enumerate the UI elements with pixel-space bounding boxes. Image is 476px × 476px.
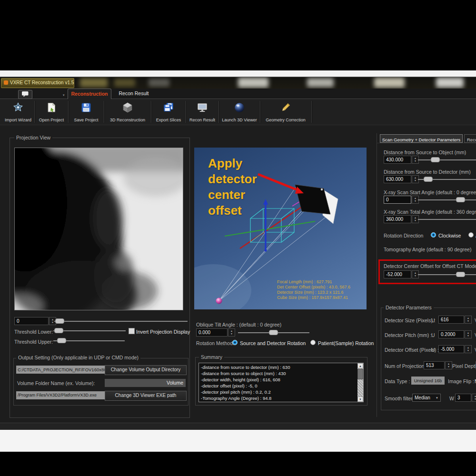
oblique-tilt-spinbox[interactable]: 0.000 ▲▼ [196,328,235,337]
frame-index-spinbox[interactable]: 0 ▲▼ [14,317,56,325]
summary-listbox[interactable]: -distance from source to detector (mm) :… [198,363,364,402]
num-projections-spinbox[interactable]: 513 ▲▼ [424,361,452,369]
toolbar-button-3d-reconstruction[interactable]: 3D Reconstruction [106,100,149,124]
start-angle-slider[interactable] [418,197,476,203]
scrollbar-down-icon[interactable]: ▼ [357,397,363,402]
tab-scan-geometry[interactable]: Scan Geometry + Detector Parameters [380,134,463,143]
toolbar-button-launch-3d-viewer[interactable]: Launch 3D Viewer [220,100,258,124]
slider-thumb[interactable] [424,177,433,182]
tab-reconstruction[interactable]: Reconstruction [68,89,111,99]
smooth-filter-w-arrows[interactable]: ▲▼ [472,394,476,402]
dso-value[interactable]: 430.000 [384,156,411,164]
monitor-icon [197,102,208,115]
toolbar-separator [104,101,104,123]
rotation-direction-radio-anticlockwise[interactable] [468,232,474,238]
threshold-lower-slider[interactable] [53,327,126,334]
smooth-filter-dropdown[interactable]: Median ▼ [412,394,441,402]
detector-pitch-u-arrows[interactable]: ▲▼ [465,330,472,338]
slider-track [418,199,476,200]
summary-group-label: Summary [199,354,224,360]
detector-offset-u-spinbox[interactable]: -5.000 ▲▼ [438,345,472,353]
rotation-direction-radio-clockwise[interactable] [431,232,436,238]
slider-thumb[interactable] [57,338,66,343]
viewer-exe-path-field[interactable]: /Program Files/VX3D2/PlatformVX3D.exe [16,391,105,399]
scrollbar-thumb[interactable] [357,369,363,379]
window-title: VXRE CT Reconstruction v1.5 [10,80,74,85]
smooth-filter-w-value[interactable]: 3 [455,394,471,402]
dsd-value[interactable]: 630.000 [384,175,411,183]
volume-output-directory-field[interactable]: C:/CTDATA_PROJECTION_RF/FOV160x80 [16,366,105,374]
slider-thumb[interactable] [54,328,63,333]
toolbar-button-export-slices[interactable]: Export Slices [153,100,184,124]
threshold-upper-slider[interactable] [53,337,125,344]
smooth-filter-w-spinbox[interactable]: 3 ▲▼ [455,394,476,402]
detector-size-u-arrows[interactable]: ▲▼ [465,316,472,324]
detector-offset-u-arrows[interactable]: ▲▼ [465,345,472,353]
slider-thumb[interactable] [456,197,465,202]
change-3d-viewer-exe-button[interactable]: Change 3D Viewer EXE path [105,391,187,401]
slider-thumb[interactable] [269,330,278,335]
slider-track [53,330,126,331]
total-angle-slider[interactable] [418,216,476,223]
rotation-direction-label: Rotation Direction [384,233,423,238]
projection-view-group-label: Projection View [14,135,52,140]
start-angle-spinbox[interactable]: 0 ▲▼ [384,196,419,204]
oblique-tilt-spin-arrows[interactable]: ▲▼ [228,328,235,337]
tab-recon-result[interactable]: Recon Result [113,89,154,99]
chevron-down-icon: ▼ [436,397,438,399]
quick-access-dropdown-icon[interactable]: ▾ [63,93,65,97]
detector-size-label: Detector Size (Pixels) : [385,317,436,323]
slider-track [418,274,476,275]
detector-center-offset-slider[interactable] [418,271,476,278]
dso-slider[interactable] [418,157,476,163]
slider-thumb[interactable] [431,157,440,162]
oblique-tilt-slider[interactable] [238,329,309,336]
geometry-3d-viewport[interactable]: Apply detector center offset Focal Lengt… [194,148,367,309]
toolbar-button-import-wizard[interactable]: Import Wizard [3,100,33,124]
slider-thumb[interactable] [55,318,64,324]
detector-center-offset-value[interactable]: -52.000 [384,270,411,278]
detector-size-u-spinbox[interactable]: 616 ▲▼ [438,316,472,324]
oblique-tilt-label: Oblique Tilt Angle : (default : 0 degree… [196,322,281,327]
volume-folder-name-input[interactable]: Volume [105,379,186,387]
data-type-value[interactable]: Unsigned 16b [411,377,445,385]
start-angle-value[interactable]: 0 [384,196,411,204]
dsd-spinbox[interactable]: 630.000 ▲▼ [384,175,419,183]
detector-pitch-u-spinbox[interactable]: 0.2000 ▲▼ [438,330,472,338]
invert-projection-checkbox[interactable] [129,328,135,334]
rotation-method-radio-source-detector[interactable] [232,340,238,345]
tab-recon-parameters[interactable]: Recon [464,134,476,143]
detector-offset-u-value[interactable]: -5.000 [438,345,464,353]
dsd-slider[interactable] [418,176,476,183]
detector-size-u-value[interactable]: 616 [438,316,464,324]
detector-center-offset-spinbox[interactable]: -52.000 ▲▼ [384,270,419,278]
num-projections-value[interactable]: 513 [424,361,445,369]
frame-index-value[interactable]: 0 [14,317,49,325]
detector-pitch-u-value[interactable]: 0.2000 [438,330,464,338]
viewer-stat-line: Cube Size (mm) : 157.9x157.9x87.41 [277,295,348,300]
toolbar-button-recon-result[interactable]: Recon Result [188,100,217,124]
toolbar-button-save-project[interactable]: Save Project [70,100,102,124]
slider-thumb[interactable] [456,272,465,277]
change-volume-directory-button[interactable]: Change Volume Output Directory [105,365,187,375]
toolbar-separator [151,101,151,123]
data-type-label: Data Type : [385,378,410,384]
panel-splitter[interactable] [377,133,377,417]
pixel-depth-label: Pixel Depth [452,363,476,369]
rotation-method-radio-patient[interactable] [310,340,316,345]
quick-access-button[interactable] [18,90,32,99]
annotation-line: detector [208,172,257,187]
toolbar-button-geometry-correction[interactable]: Geometry Correction [262,100,309,124]
frame-index-slider[interactable] [54,318,188,325]
toolbar-separator [218,101,219,123]
oblique-tilt-value[interactable]: 0.000 [196,328,228,337]
slider-track [54,321,188,322]
total-angle-value[interactable]: 360.000 [384,215,411,223]
scrollbar-up-icon[interactable]: ▲ [357,363,363,368]
titlebar: VXRE CT Reconstruction v1.5 [0,77,476,89]
toolbar-button-open-project[interactable]: Open Project [36,100,67,124]
dso-spinbox[interactable]: 430.000 ▲▼ [384,156,419,164]
num-projections-arrows[interactable]: ▲▼ [445,361,452,369]
total-angle-spinbox[interactable]: 360.000 ▲▼ [384,215,419,223]
summary-line: -detector offset (pixel) : -5, 0 [201,383,258,388]
